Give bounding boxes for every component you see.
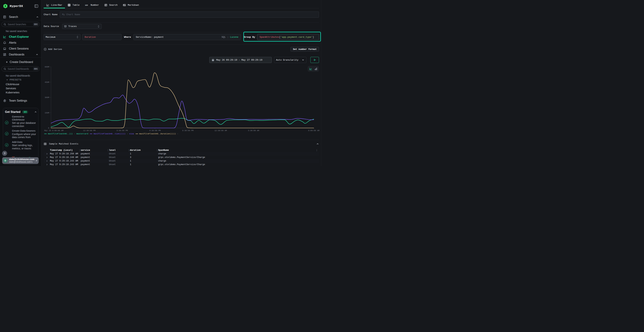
get-started-item-desc: Configure where your data comes from (12, 133, 37, 139)
set-number-format-button[interactable]: Set number format (290, 47, 319, 52)
sidebar-item-alerts[interactable]: Alerts (0, 40, 41, 46)
sidebar-item-client-sessions[interactable]: Client Sessions (0, 46, 41, 52)
presets-toggle[interactable]: PRESETS (6, 78, 41, 81)
bar-chart-toggle-icon[interactable] (314, 68, 317, 70)
line-chart-toggle-icon[interactable] (309, 68, 312, 70)
get-started-item-title: Connect to ClickHouse (12, 115, 37, 121)
col-timestamp[interactable]: Timestamp (Local) (50, 149, 81, 152)
tab-number[interactable]: 123 Number (82, 2, 102, 8)
line-chart[interactable]: 0150M300M450M600MMay 26 9:00:00 AM12:30:… (44, 64, 319, 138)
user-subtitle: dale@clickhouse.com's (9, 161, 35, 163)
table-row[interactable]: May 27 9:29:18.250 AMpaymentUnset1charge (44, 152, 319, 156)
chart-display-toggle (308, 66, 319, 72)
plus-icon (6, 61, 8, 63)
saved-dashboards-input[interactable]: Saved Dashboards ⌘K (2, 66, 40, 71)
no-saved-dashboards-text: No saved dashboards (6, 74, 41, 77)
column-resize-handle[interactable]: ⋮ (128, 148, 130, 152)
legend-item[interactable]: maxIf(toFloat64O..Duration)))))· (136, 133, 180, 135)
scroll-edge (321, 0, 321, 166)
lucene-toggle[interactable]: Lucene (230, 36, 238, 38)
tab-line-bar[interactable]: Line/Bar (44, 2, 65, 8)
date-range-input[interactable]: May 26 09:29:19 - May 27 09:29:19 (209, 57, 272, 63)
chevron-up-icon[interactable] (316, 142, 319, 145)
user-menu[interactable]: D dale@clickhouse.com dale@clickhouse.co… (2, 157, 39, 164)
tab-table[interactable]: Table (65, 2, 82, 8)
chevron-up-icon[interactable] (36, 16, 39, 18)
svg-text:12:30:00 AM: 12:30:00 AM (214, 130, 227, 132)
data-source-select[interactable]: Traces (62, 24, 102, 29)
get-started-item-datasources[interactable]: Create Data Sources Configure where your… (5, 129, 37, 139)
svg-text:12:30:00 PM: 12:30:00 PM (83, 130, 96, 132)
get-started-item-connect[interactable]: Connect to ClickHouse Set up your databa… (5, 115, 37, 128)
table-row[interactable]: May 27 9:29:18.243 AMpaymentUnset1grpc.o… (44, 163, 319, 166)
chart-name-input[interactable]: My Chart Name (60, 12, 319, 18)
search-icon (4, 23, 6, 26)
row-expand-chevron-icon[interactable] (44, 153, 50, 155)
field-input[interactable]: Duration (82, 34, 122, 40)
events-table-header: Timestamp (Local) service level duration… (44, 148, 319, 152)
chevron-up-icon[interactable] (34, 111, 37, 113)
legend-item[interactable]: maxIf(toFloat64O..tion)))))·visa (90, 133, 134, 135)
chart-area: 0150M300M450M600MMay 26 9:00:00 AM12:30:… (44, 64, 319, 138)
tab-search[interactable]: Search (102, 2, 120, 8)
get-started-title: Get Started (5, 110, 20, 114)
sidebar-collapse-icon[interactable] (34, 4, 39, 8)
saved-dashboards-placeholder: Saved Dashboards (8, 68, 33, 70)
sidebar-item-search[interactable]: Search (3, 14, 39, 20)
gear-icon (3, 99, 6, 102)
column-resize-handle[interactable]: ⋮ (78, 148, 81, 152)
row-expand-chevron-icon[interactable] (44, 160, 50, 162)
add-series-button[interactable]: Add Series (44, 48, 62, 51)
preset-kubernetes[interactable]: Kubernetes (6, 91, 41, 94)
legend-separator: · (127, 133, 128, 135)
archive-icon (64, 25, 67, 28)
layout-dashboard-icon (3, 53, 6, 56)
svg-text:600M: 600M (45, 66, 49, 68)
granularity-select[interactable]: Auto Granularity (274, 57, 306, 63)
preset-clickhouse[interactable]: ClickHouse (6, 83, 41, 86)
column-resize-handle[interactable]: ⋮ (107, 148, 109, 152)
col-duration[interactable]: duration (130, 149, 158, 152)
group-by-input[interactable]: SpanAttributes['app.payment.card_type'] (257, 34, 319, 40)
row-expand-chevron-icon[interactable] (44, 156, 50, 158)
col-service[interactable]: service (81, 149, 109, 152)
sidebar-item-chart-explorer[interactable]: Chart Explorer (0, 34, 41, 40)
aggregation-value: Maximum (46, 36, 56, 38)
column-resize-handle[interactable]: ⋮ (316, 148, 318, 152)
calendar-icon (212, 59, 214, 61)
row-expand-chevron-icon[interactable] (44, 164, 50, 166)
chart-name-label: Chart Name (44, 13, 60, 16)
avatar: D (3, 158, 8, 163)
svg-text:450M: 450M (45, 81, 49, 83)
markdown-icon (123, 4, 126, 6)
aggregation-select[interactable]: Maximum (44, 34, 80, 40)
svg-text:300M: 300M (45, 96, 49, 98)
saved-searches-input[interactable]: Saved Searches ⌘K (2, 22, 40, 27)
chevron-up-icon[interactable] (36, 53, 38, 56)
line-chart-icon (46, 4, 49, 6)
legend-line-swatch (90, 134, 92, 134)
sample-events-header[interactable]: Sample Matched Events (44, 142, 319, 146)
col-spanname[interactable]: SpanName (158, 149, 319, 152)
where-input[interactable]: ServiceName: payment SQL | Lucene (134, 34, 241, 40)
help-button[interactable]: ? (2, 151, 7, 156)
sql-toggle[interactable]: SQL (222, 36, 226, 38)
field-value: Duration (84, 36, 96, 38)
selector-icon (76, 36, 78, 38)
sidebar-item-team-settings[interactable]: Team Settings (0, 98, 41, 104)
get-started-item-adddata[interactable]: Add Data Start sending logs, metrics, or… (5, 140, 37, 150)
legend-group-label: mastercard (76, 133, 88, 135)
main-content: Line/Bar Table 123 Number (41, 0, 322, 166)
column-resize-handle[interactable]: ⋮ (156, 148, 158, 152)
tab-markdown[interactable]: Markdown (120, 2, 142, 8)
table-row[interactable]: May 27 9:29:18.249 AMpaymentUnset3grpc.o… (44, 156, 319, 159)
run-query-button[interactable] (310, 57, 319, 63)
svg-text:0: 0 (48, 127, 49, 129)
create-dashboard-button[interactable]: Create Dashboard (0, 59, 41, 65)
legend-item[interactable]: maxIf(toFloat64O..)))·mastercard (44, 133, 88, 135)
preset-services[interactable]: Services (6, 87, 41, 90)
get-started-card: Get Started 3/3 Connect to ClickHouse Se… (3, 108, 38, 164)
sidebar-item-dashboards[interactable]: Dashboards (0, 52, 41, 58)
table-row[interactable]: May 27 9:29:18.243 AMpaymentUnset1charge (44, 159, 319, 163)
col-level[interactable]: level (109, 149, 130, 152)
